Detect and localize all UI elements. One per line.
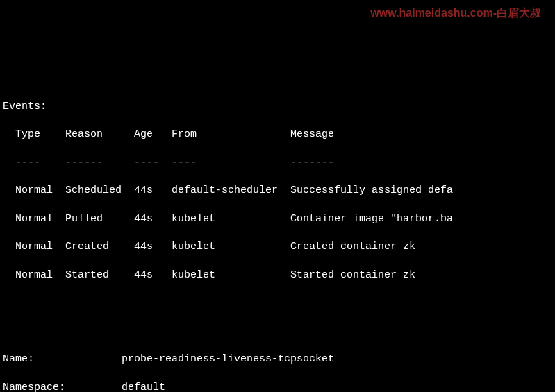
describe-row: Name: probe-readiness-liveness-tcpsocket <box>3 352 552 366</box>
watermark-text: www.haimeidashu.com-白眉大叔 <box>370 6 541 21</box>
event-row: Normal Scheduled 44s default-scheduler S… <box>3 184 552 198</box>
blank-line <box>3 296 552 310</box>
event-row: Normal Created 44s kubelet Created conta… <box>3 240 552 254</box>
events-divider: ---- ------ ---- ---- ------- <box>3 156 552 170</box>
terminal-output: Events: Type Reason Age From Message ---… <box>0 85 555 393</box>
event-row: Normal Started 44s kubelet Started conta… <box>3 269 552 282</box>
event-row: Normal Pulled 44s kubelet Container imag… <box>3 212 552 226</box>
events-header: Events: <box>3 100 552 114</box>
events-columns: Type Reason Age From Message <box>3 128 552 142</box>
blank-line <box>3 325 552 339</box>
describe-row: Namespace: default <box>3 381 552 392</box>
